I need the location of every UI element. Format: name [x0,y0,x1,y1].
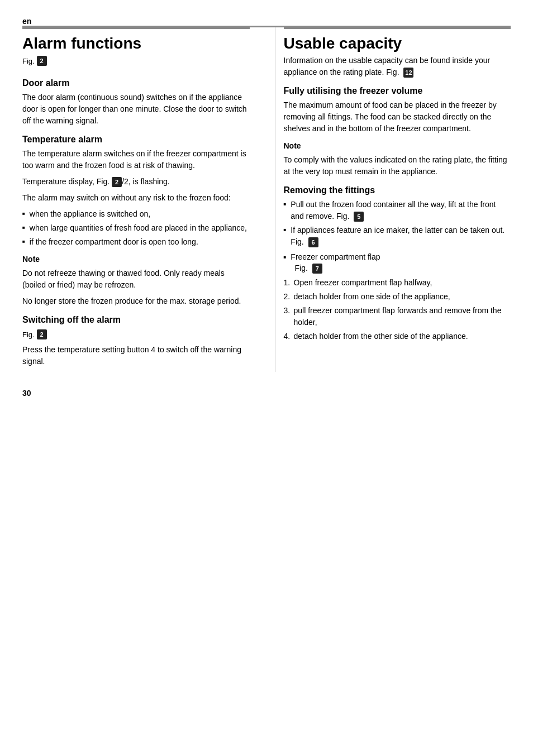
left-col-rule [22,27,250,29]
removing-fittings-bullets: Pull out the frozen food container all t… [284,199,511,248]
list-item: 3. pull freezer compartment flap forward… [284,305,511,328]
door-alarm-text: The door alarm (continuous sound) switch… [22,92,250,127]
bullet-item: when large quantities of fresh food are … [22,222,250,234]
flap-fig-ref: Fig. 7 [295,264,511,274]
temperature-alarm-title: Temperature alarm [22,135,250,145]
alarm-functions-title: Alarm functions [22,35,250,52]
door-alarm-title: Door alarm [22,78,250,88]
flap-item: Freezer compartment flap [284,252,511,261]
fig-badge-5: 5 [354,212,364,222]
bullet-item: when the appliance is switched on, [22,208,250,220]
bullet-item: Pull out the frozen food container all t… [284,199,511,222]
fully-utilising-p1: The maximum amount of food can be placed… [284,99,511,135]
usable-capacity-intro: Information on the usable capacity can b… [284,55,511,78]
switching-off-alarm-title: Switching off the alarm [22,315,250,325]
temperature-alarm-p2: Temperature display, Fig.2/2, is flashin… [22,176,250,188]
fully-utilising-title: Fully utilising the freezer volume [284,86,511,96]
flap-numbered-list: 1. Open freezer compartment flap halfway… [284,277,511,342]
switching-off-fig-ref: Fig. 2 [22,329,47,339]
list-item: 4. detach holder from the other side of … [284,331,511,342]
fig-badge-temp: 2 [112,177,122,187]
temperature-alarm-p1: The temperature alarm switches on if the… [22,148,250,171]
fig-badge-2: 2 [37,56,47,66]
temperature-alarm-note-p1: Do not refreeze thawing or thawed food. … [22,267,250,291]
two-column-layout: Alarm functions Fig. 2 Door alarm The do… [22,27,511,372]
temperature-alarm-note-label: Note [22,253,250,265]
lang-tag: en [22,17,511,26]
left-column: Alarm functions Fig. 2 Door alarm The do… [22,27,258,372]
temperature-alarm-bullets: when the appliance is switched on, when … [22,208,250,248]
flap-text: Freezer compartment flap [291,252,380,261]
fig-badge-12: 12 [403,68,413,78]
removing-fittings-title: Removing the fittings [284,185,511,195]
alarm-functions-fig-ref: Fig. 2 [22,56,47,66]
fully-utilising-note-p1: To comply with the values indicated on t… [284,154,511,178]
switching-off-text: Press the temperature setting button 4 t… [22,344,250,367]
right-col-rule [284,27,511,29]
list-item: 2. detach holder from one side of the ap… [284,291,511,303]
fig-badge-7: 7 [312,264,322,274]
list-item: 1. Open freezer compartment flap halfway… [284,277,511,289]
fully-utilising-note-label: Note [284,140,511,152]
right-column: Usable capacity Information on the usabl… [275,27,511,372]
fig-badge-6: 6 [308,237,318,247]
usable-capacity-title: Usable capacity [284,35,511,52]
page-number: 30 [22,389,511,398]
fig-badge-switching: 2 [37,329,47,339]
bullet-item: if the freezer compartment door is open … [22,236,250,248]
temperature-alarm-p3: The alarm may switch on without any risk… [22,192,250,204]
temperature-alarm-note-p2: No longer store the frozen produce for t… [22,295,250,307]
bullet-item: If appliances feature an ice maker, the … [284,224,511,248]
